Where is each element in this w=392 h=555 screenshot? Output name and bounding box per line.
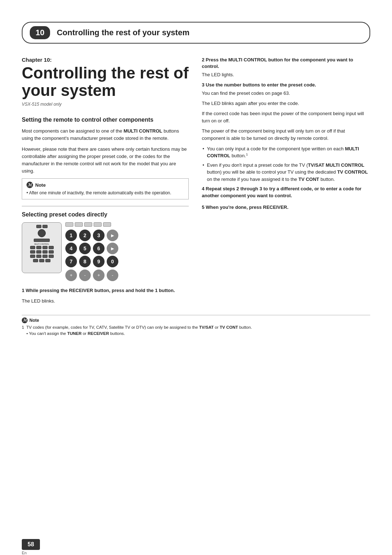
page-container: 10 Controlling the rest of your system C…	[0, 22, 392, 555]
step4-heading: 4 Repeat steps 2 through 3 to try a diff…	[202, 186, 369, 199]
bottom-note-line1: 1 TV codes (for example, codes for TV, C…	[22, 324, 370, 331]
numpad-btn-7: 7	[65, 256, 77, 267]
right-column: 2 Press the MULTI CONTROL button for the…	[202, 57, 369, 308]
bottom-note-icon: ℳ	[22, 317, 28, 323]
numpad-btn-9: 9	[93, 256, 105, 267]
numpad-nav-btn1: +	[65, 270, 77, 281]
step3-para3: If the correct code has been input the p…	[202, 110, 369, 125]
numpad-btn-1: 1	[65, 230, 77, 241]
numpad-row-1: 1 2 3 ▶	[65, 230, 118, 241]
chapter-label: Chapter 10:	[22, 57, 189, 63]
chapter-number: 10	[30, 26, 50, 39]
remote-illustration: MULTI CONTROL	[22, 222, 189, 281]
numpad-row-2: 4 5 6 ▶	[65, 243, 118, 254]
left-column: Chapter 10: Controlling the rest of your…	[22, 57, 189, 308]
setting-para2: However, please note that there are case…	[22, 146, 189, 175]
numpad-btn-5: 5	[79, 243, 91, 254]
step1-heading: 1 While pressing the RECEIVER button, pr…	[22, 287, 189, 294]
bullet-item-1: You can only input a code for the compon…	[202, 145, 369, 159]
bottom-note-line2: • You can't assign the TUNER or RECEIVER…	[22, 331, 370, 337]
bottom-note-area: ℳ Note 1 TV codes (for example, codes fo…	[22, 315, 370, 337]
numpad-display: 1 2 3 ▶ 4 5 6 ▶ 7 8 9 0	[65, 222, 118, 281]
numpad-nav-row: + - + -	[65, 270, 118, 281]
step3-para4: The power of the component being input w…	[202, 127, 369, 142]
numpad-nav-btn2: -	[79, 270, 91, 281]
chapter-banner-title: Controlling the rest of your system	[57, 28, 189, 37]
remote-device-drawing: MULTI CONTROL	[22, 222, 62, 273]
bullet-item-2: Even if you don't input a preset code fo…	[202, 162, 369, 183]
bottom-note-text: 1 TV codes (for example, codes for TV, C…	[22, 324, 370, 337]
numpad-nav-btn4: -	[107, 270, 118, 281]
numpad-btn-3: 3	[93, 230, 105, 241]
numpad-btn-2: 2	[79, 230, 91, 241]
numpad-nav-btn3: +	[93, 270, 105, 281]
page-lang: En	[22, 551, 40, 555]
numpad-btn-8: 8	[79, 256, 91, 267]
section-divider	[22, 206, 189, 206]
numpad-btn-4: 4	[65, 243, 77, 254]
step5-heading: 5 When you're done, press RECEIVER.	[202, 204, 369, 211]
numpad-btn-extra2: ▶	[107, 243, 118, 254]
bullet-list: You can only input a code for the compon…	[202, 145, 369, 183]
numpad-btn-extra1: ▶	[107, 230, 118, 241]
section-setting-heading: Setting the remote to control other comp…	[22, 116, 189, 124]
numpad-btn-0: 0	[107, 256, 118, 267]
step3-para2: The LED blinks again after you enter the…	[202, 100, 369, 107]
subtitle-model: VSX-515 model only	[22, 102, 189, 107]
step3-heading: 3 Use the number buttons to enter the pr…	[202, 82, 369, 88]
preset-heading: Selecting preset codes directly	[22, 211, 189, 218]
content-area: Chapter 10: Controlling the rest of your…	[22, 57, 370, 308]
numpad-row-3: 7 8 9 0	[65, 256, 118, 267]
numpad-btn-6: 6	[93, 243, 105, 254]
note-icon: ℳ	[26, 182, 33, 188]
note-content: After one minute of inactivity, the remo…	[26, 190, 184, 196]
bottom-note-label: Note	[29, 318, 39, 323]
note-header: ℳ Note	[26, 182, 184, 188]
step3-para1: You can find the preset codes on page 63…	[202, 90, 369, 97]
page-number-box: 58	[22, 539, 40, 550]
note-item1: After one minute of inactivity, the remo…	[26, 190, 184, 196]
note-label: Note	[35, 182, 46, 188]
step2-heading: 2 Press the MULTI CONTROL button for the…	[202, 57, 369, 70]
setting-para1: Most components can be assigned to one o…	[22, 127, 189, 142]
step2-text: The LED lights.	[202, 71, 369, 78]
page-number-area: 58 En	[22, 539, 40, 555]
bottom-note-header: ℳ Note	[22, 317, 370, 323]
chapter-banner: 10 Controlling the rest of your system	[22, 22, 370, 44]
step1-text: The LED blinks.	[22, 297, 189, 305]
main-title: Controlling the rest of your system	[22, 64, 189, 100]
note-box-setting: ℳ Note After one minute of inactivity, t…	[22, 178, 189, 199]
